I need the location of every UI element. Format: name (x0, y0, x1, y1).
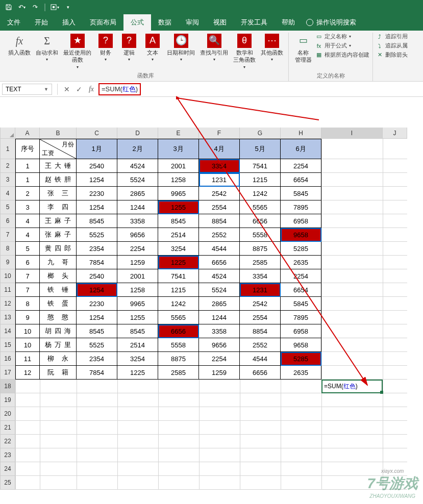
row-header-7[interactable]: 7 (0, 228, 15, 242)
cell-B7[interactable]: 张麻子 (40, 228, 77, 242)
cell-A8[interactable]: 5 (15, 242, 40, 256)
math-button[interactable]: θ数学和 三角函数▾ (231, 33, 258, 71)
cell-B8[interactable]: 黄四郎 (40, 242, 77, 256)
cell-C23[interactable] (77, 448, 117, 462)
cell-D21[interactable] (117, 421, 158, 435)
tell-me-search[interactable]: 操作说明搜索 (306, 14, 356, 31)
cell-J9[interactable] (383, 256, 407, 269)
cell-A12[interactable]: 8 (15, 297, 40, 311)
cell-G23[interactable] (240, 448, 281, 462)
row-header-22[interactable]: 22 (0, 435, 15, 448)
recent-functions-button[interactable]: ★最近使用的 函数▾ (61, 33, 93, 71)
row-header-23[interactable]: 23 (0, 448, 15, 462)
tab-help[interactable]: 帮助 (275, 14, 302, 31)
cell-C20[interactable] (77, 407, 117, 421)
row-header-19[interactable]: 19 (0, 393, 15, 407)
datetime-button[interactable]: 🕒日期和时间▾ (165, 33, 197, 64)
cell-C4[interactable]: 2230 (77, 187, 117, 200)
cell-A2[interactable]: 1 (15, 159, 40, 173)
cell-D7[interactable]: 9656 (117, 228, 158, 242)
cell-B9[interactable]: 九 哥 (40, 256, 77, 269)
cell-D1[interactable]: 2月 (117, 139, 158, 159)
create-from-selection-button[interactable]: ▦根据所选内容创建 (315, 51, 369, 59)
cell-E20[interactable] (158, 407, 199, 421)
financial-button[interactable]: ?财务▾ (94, 33, 117, 64)
cell-B1-diagonal[interactable]: 月份工资 (40, 139, 77, 159)
cell-D14[interactable]: 8545 (117, 324, 158, 338)
cell-J18[interactable] (383, 380, 407, 393)
cell-E21[interactable] (158, 421, 199, 435)
cell-B17[interactable]: 阮 籍 (40, 366, 77, 380)
cell-A20[interactable] (15, 407, 40, 421)
cell-A23[interactable] (15, 448, 40, 462)
row-header-8[interactable]: 8 (0, 242, 15, 256)
cell-C7[interactable]: 5525 (77, 228, 117, 242)
cell-D9[interactable]: 1259 (117, 256, 158, 269)
row-header-16[interactable]: 16 (0, 352, 15, 366)
row-header-6[interactable]: 6 (0, 214, 15, 228)
name-manager-button[interactable]: ▭名称 管理器 (292, 33, 314, 65)
cell-C13[interactable]: 1254 (77, 311, 117, 324)
cell-F21[interactable] (199, 421, 240, 435)
cell-B14[interactable]: 胡四海 (40, 324, 77, 338)
cell-A4[interactable]: 2 (15, 187, 40, 200)
cell-D11[interactable]: 1258 (117, 283, 158, 297)
cell-D20[interactable] (117, 407, 158, 421)
cell-J17[interactable] (383, 366, 407, 380)
trace-dependents-button[interactable]: ⤵追踪从属 (376, 42, 408, 49)
cell-H24[interactable] (281, 462, 321, 476)
cell-C22[interactable] (77, 435, 117, 448)
cell-C11[interactable]: 1254 (77, 283, 117, 297)
cell-J21[interactable] (383, 421, 407, 435)
cell-A9[interactable]: 6 (15, 256, 40, 269)
cell-A22[interactable] (15, 435, 40, 448)
cell-G24[interactable] (240, 462, 281, 476)
cell-F24[interactable] (199, 462, 240, 476)
cell-J6[interactable] (383, 214, 407, 228)
cell-J16[interactable] (383, 352, 407, 366)
cell-B12[interactable]: 铁 蛋 (40, 297, 77, 311)
cell-J23[interactable] (383, 448, 407, 462)
autosum-button[interactable]: Σ自动求和▾ (34, 33, 60, 64)
cell-A14[interactable]: 10 (15, 324, 40, 338)
cell-E19[interactable] (158, 393, 199, 407)
cell-D2[interactable]: 4524 (117, 159, 158, 173)
cell-J1[interactable] (383, 139, 407, 159)
row-header-5[interactable]: 5 (0, 200, 15, 214)
text-button[interactable]: A文本▾ (141, 33, 164, 64)
cell-J20[interactable] (383, 407, 407, 421)
cell-G20[interactable] (240, 407, 281, 421)
cell-B23[interactable] (40, 448, 77, 462)
row-header-12[interactable]: 12 (0, 297, 15, 311)
cell-C3[interactable]: 1254 (77, 173, 117, 187)
cell-A7[interactable]: 4 (15, 228, 40, 242)
cell-B13[interactable]: 憨 憨 (40, 311, 77, 324)
cell-A1[interactable]: 序号 (15, 139, 40, 159)
cell-J7[interactable] (383, 228, 407, 242)
name-box-dropdown-icon[interactable]: ▼ (44, 87, 48, 92)
cell-J19[interactable] (383, 393, 407, 407)
cell-B21[interactable] (40, 421, 77, 435)
cell-D10[interactable]: 2001 (117, 269, 158, 283)
formula-input[interactable]: =SUM(红色) (98, 83, 141, 95)
cell-D12[interactable]: 9965 (117, 297, 158, 311)
cell-J15[interactable] (383, 338, 407, 352)
cell-I22[interactable] (321, 435, 383, 448)
cell-A6[interactable]: 4 (15, 214, 40, 228)
cell-A17[interactable]: 12 (15, 366, 40, 380)
insert-function-button[interactable]: fx插入函数 (6, 33, 33, 57)
confirm-formula-button[interactable]: ✓ (73, 83, 85, 95)
cell-A18[interactable] (15, 380, 40, 393)
cell-C17[interactable]: 7854 (77, 366, 117, 380)
lookup-button[interactable]: 🔍查找与引用▾ (198, 33, 230, 64)
cell-A15[interactable]: 10 (15, 338, 40, 352)
cell-F20[interactable] (199, 407, 240, 421)
cell-J14[interactable] (383, 324, 407, 338)
row-header-14[interactable]: 14 (0, 324, 15, 338)
cell-G25[interactable] (240, 476, 281, 490)
cell-H21[interactable] (281, 421, 321, 435)
cell-A24[interactable] (15, 462, 40, 476)
cell-J10[interactable] (383, 269, 407, 283)
cell-D3[interactable]: 5524 (117, 173, 158, 187)
row-header-9[interactable]: 9 (0, 256, 15, 269)
